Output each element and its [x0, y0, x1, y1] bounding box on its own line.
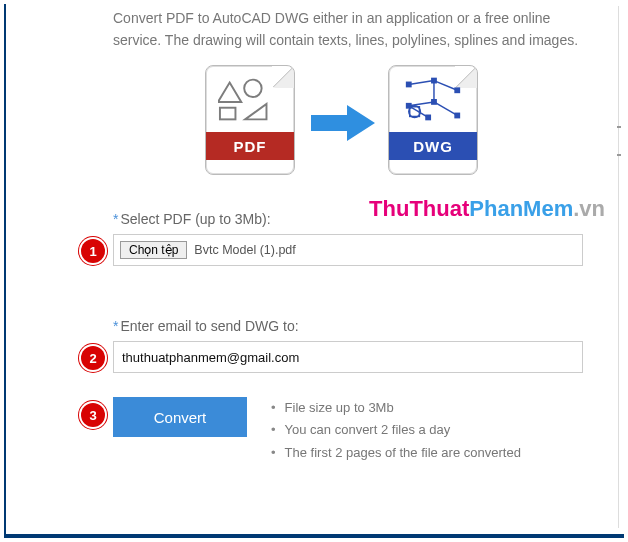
- step-select-pdf: *Select PDF (up to 3Mb): 1 Chọn tệp Bvtc…: [113, 211, 628, 266]
- email-label: *Enter email to send DWG to:: [113, 318, 628, 334]
- arrow-right-icon: [309, 103, 377, 146]
- svg-marker-2: [245, 104, 266, 120]
- pdf-badge: PDF: [206, 132, 294, 160]
- choose-file-button[interactable]: Chọn tệp: [120, 241, 187, 259]
- svg-rect-13: [431, 99, 437, 105]
- conversion-illustration: PDF DWG: [105, 65, 628, 185]
- svg-rect-10: [406, 82, 412, 88]
- file-input-row[interactable]: Chọn tệp Bvtc Model (1).pdf: [113, 234, 583, 266]
- svg-point-1: [244, 80, 261, 97]
- svg-line-5: [434, 81, 457, 91]
- selected-filename: Bvtc Model (1).pdf: [194, 243, 295, 257]
- dwg-shapes-icon: [401, 76, 465, 122]
- svg-rect-16: [425, 115, 431, 121]
- note-item: File size up to 3Mb: [271, 397, 521, 419]
- email-field[interactable]: [122, 350, 574, 365]
- svg-rect-11: [431, 78, 437, 84]
- svg-rect-15: [454, 113, 460, 119]
- note-item: The first 2 pages of the file are conver…: [271, 442, 521, 464]
- email-input-row: [113, 341, 583, 373]
- note-item: You can convert 2 files a day: [271, 419, 521, 441]
- conversion-notes: File size up to 3Mb You can convert 2 fi…: [271, 397, 521, 463]
- email-label-text: Enter email to send DWG to:: [120, 318, 298, 334]
- convert-button[interactable]: Convert: [113, 397, 247, 437]
- svg-line-7: [409, 102, 434, 106]
- select-pdf-label: *Select PDF (up to 3Mb):: [113, 211, 628, 227]
- svg-rect-12: [454, 88, 460, 94]
- svg-marker-0: [218, 83, 241, 102]
- step-convert: 3 Convert File size up to 3Mb You can co…: [113, 397, 628, 463]
- svg-rect-3: [220, 108, 236, 120]
- step-enter-email: *Enter email to send DWG to: 2: [113, 318, 628, 373]
- dwg-document-icon: DWG: [388, 65, 478, 175]
- svg-line-8: [434, 102, 457, 116]
- pdf-document-icon: PDF: [205, 65, 295, 175]
- dwg-badge: DWG: [389, 132, 477, 160]
- pdf-shapes-icon: [218, 76, 282, 122]
- select-pdf-label-text: Select PDF (up to 3Mb):: [120, 211, 270, 227]
- svg-line-4: [409, 81, 434, 85]
